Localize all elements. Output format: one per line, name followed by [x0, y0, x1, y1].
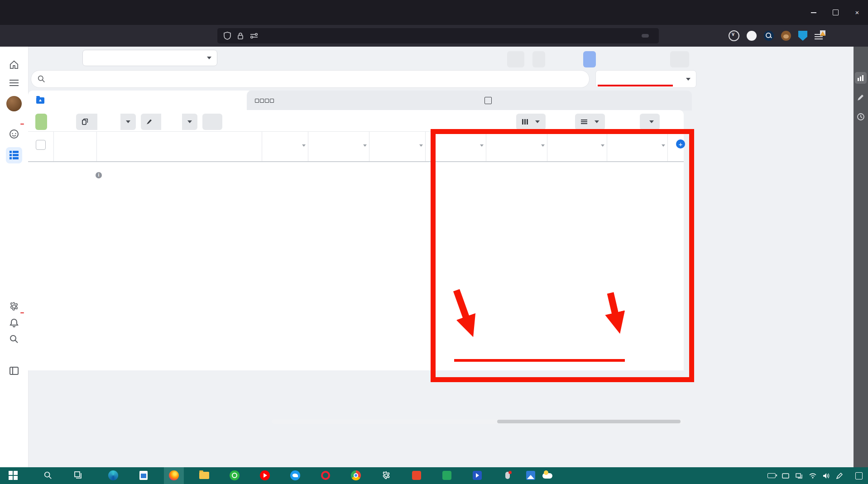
horizontal-scrollbar[interactable] [272, 419, 684, 424]
voice-recorder-icon[interactable] [502, 470, 513, 481]
browser-menu-icon[interactable] [815, 33, 823, 39]
pen-icon[interactable] [836, 473, 843, 479]
menu-icon[interactable] [6, 75, 22, 91]
edit-button[interactable] [141, 114, 161, 130]
account-avatar[interactable] [747, 31, 757, 41]
youtube-icon[interactable] [259, 470, 270, 481]
close-window-button[interactable]: × [846, 0, 868, 25]
tab-ad-sets[interactable] [247, 91, 482, 110]
magnifier-icon [766, 33, 772, 39]
browser-tab-bar: × [0, 0, 868, 25]
notification-center-icon[interactable] [855, 472, 863, 479]
select-all-cell[interactable] [28, 132, 54, 161]
header-more-button[interactable] [670, 51, 689, 67]
start-button[interactable] [8, 470, 19, 481]
reports-button[interactable] [640, 114, 660, 130]
profile-avatar[interactable] [6, 96, 22, 112]
search-extension-icon[interactable] [764, 31, 774, 41]
zoom-level-badge[interactable] [642, 34, 649, 38]
camtasia-icon[interactable] [411, 470, 422, 481]
minimize-icon [811, 12, 816, 13]
tracking-shield-icon[interactable] [224, 32, 231, 40]
duplicate-button[interactable] [76, 114, 97, 130]
tablet-mode-icon[interactable] [782, 473, 789, 479]
refresh-button[interactable] [507, 51, 524, 67]
tab-ads[interactable] [476, 91, 692, 110]
chrome-icon[interactable] [350, 470, 361, 481]
rail-search-icon[interactable] [6, 331, 22, 347]
columns-button[interactable] [516, 114, 546, 130]
permissions-icon[interactable] [250, 33, 258, 39]
campaigns-table-icon[interactable] [6, 147, 22, 163]
pocket-icon[interactable] [729, 30, 739, 41]
store-icon[interactable] [138, 470, 149, 481]
edit-pencil-icon[interactable] [855, 91, 867, 103]
home-icon[interactable] [6, 57, 22, 73]
lock-icon[interactable] [237, 32, 244, 40]
maximize-button[interactable] [825, 0, 846, 25]
scrollbar-thumb[interactable] [497, 420, 681, 423]
discard-drafts-button[interactable] [532, 51, 545, 67]
col-campaign[interactable] [97, 132, 262, 161]
network-wifi-icon[interactable] [809, 473, 816, 479]
annotation-date-underline [598, 85, 673, 86]
url-bar[interactable] [217, 28, 659, 43]
col-off-on [54, 132, 97, 161]
col-video-percentage[interactable] [308, 132, 369, 161]
chat-badge [20, 124, 24, 125]
twitter-icon[interactable] [290, 470, 301, 481]
copy-icon [82, 119, 88, 125]
vpn-shield-icon[interactable] [798, 31, 807, 41]
info-icon[interactable]: i [96, 172, 102, 178]
performance-chart-icon[interactable] [855, 72, 867, 84]
screen: × [0, 0, 868, 484]
search-filter-bar[interactable] [31, 70, 590, 88]
summary-cost-per-lp [272, 162, 316, 188]
ad-account-dropdown[interactable] [82, 50, 217, 66]
minimize-button[interactable] [803, 0, 825, 25]
settings-gear-icon[interactable] [6, 298, 22, 315]
monkey-extension-icon[interactable] [781, 31, 791, 41]
virtual-desktop-icon[interactable] [796, 473, 803, 479]
col-video-avg-play-time[interactable] [369, 132, 426, 161]
columns-icon [522, 119, 528, 125]
edit-caret-button[interactable] [182, 114, 197, 130]
weather-cloud-icon [542, 473, 552, 479]
history-clock-icon[interactable] [855, 111, 867, 123]
toolbar-more-button[interactable] [202, 114, 222, 130]
tab-campaigns[interactable] [28, 91, 253, 110]
maximize-icon [833, 10, 839, 15]
opera-icon[interactable] [320, 470, 331, 481]
settings-gear-icon[interactable] [381, 470, 392, 481]
firefox-icon[interactable] [168, 470, 179, 481]
select-all-checkbox[interactable] [36, 140, 46, 150]
avatar-image [6, 96, 22, 111]
breakdown-button[interactable] [575, 114, 605, 130]
close-panel-icon[interactable] [855, 53, 867, 65]
file-explorer-icon[interactable] [199, 470, 210, 481]
col-cost-per-landing-page[interactable] [262, 132, 308, 161]
weather-widget[interactable] [542, 467, 556, 484]
ads-square-icon [484, 97, 492, 104]
taskbar-search-icon[interactable] [43, 470, 53, 481]
movies-app-icon[interactable] [472, 470, 483, 481]
photos-app-icon[interactable] [525, 470, 536, 481]
volume-icon[interactable] [823, 473, 830, 479]
extension-icons [729, 28, 823, 43]
help-icon[interactable] [6, 347, 22, 363]
duplicate-caret-button[interactable] [120, 114, 136, 130]
task-view-icon[interactable] [73, 470, 84, 481]
support-chat-icon[interactable] [6, 126, 22, 142]
clipchamp-icon[interactable] [441, 470, 452, 481]
edge-icon[interactable] [108, 470, 119, 481]
annotation-totals-underline [454, 359, 625, 362]
review-publish-button[interactable] [583, 51, 596, 67]
breakdown-icon [581, 119, 587, 125]
notifications-bell-icon[interactable] [6, 315, 22, 331]
collapse-panel-icon[interactable] [6, 363, 22, 379]
create-button[interactable] [35, 114, 47, 130]
summary-video-pct [316, 162, 377, 188]
ad-sets-grid-icon [255, 99, 274, 103]
whatsapp-icon[interactable] [229, 470, 240, 481]
battery-icon[interactable] [767, 473, 776, 478]
